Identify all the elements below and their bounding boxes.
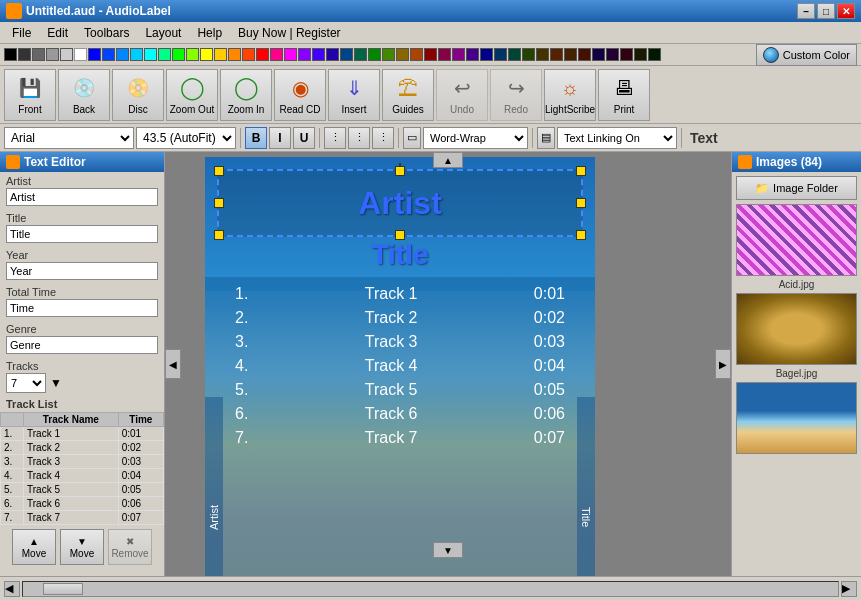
swatch[interactable]: [396, 48, 409, 61]
swatch[interactable]: [116, 48, 129, 61]
swatch[interactable]: [200, 48, 213, 61]
font-select[interactable]: Arial: [4, 127, 134, 149]
back-button[interactable]: 💿 Back: [58, 69, 110, 121]
swatch[interactable]: [424, 48, 437, 61]
swatch[interactable]: [172, 48, 185, 61]
swatch[interactable]: [382, 48, 395, 61]
handle-top-left[interactable]: [214, 166, 224, 176]
swatch[interactable]: [564, 48, 577, 61]
swatch[interactable]: [214, 48, 227, 61]
swatch[interactable]: [550, 48, 563, 61]
thumb-beach[interactable]: [736, 382, 857, 454]
swatch[interactable]: [130, 48, 143, 61]
maximize-button[interactable]: □: [817, 3, 835, 19]
textbox-wrap-button[interactable]: ▭: [403, 127, 421, 149]
menu-toolbars[interactable]: Toolbars: [76, 24, 137, 42]
minimize-button[interactable]: –: [797, 3, 815, 19]
scroll-left-button[interactable]: ◀: [165, 349, 181, 379]
swatch[interactable]: [368, 48, 381, 61]
guides-button[interactable]: ⛱ Guides: [382, 69, 434, 121]
swatch[interactable]: [494, 48, 507, 61]
swatch[interactable]: [102, 48, 115, 61]
print-button[interactable]: 🖶 Print: [598, 69, 650, 121]
swatch[interactable]: [480, 48, 493, 61]
text-linking-button[interactable]: ▤: [537, 127, 555, 149]
align-center-button[interactable]: ⋮: [348, 127, 370, 149]
swatch-black[interactable]: [4, 48, 17, 61]
align-right-button[interactable]: ⋮: [372, 127, 394, 149]
menu-layout[interactable]: Layout: [137, 24, 189, 42]
swatch[interactable]: [438, 48, 451, 61]
move-up-button[interactable]: ▲ Move: [12, 529, 56, 565]
swatch[interactable]: [606, 48, 619, 61]
underline-button[interactable]: U: [293, 127, 315, 149]
swatch[interactable]: [620, 48, 633, 61]
swatch[interactable]: [18, 48, 31, 61]
zoom-in-button[interactable]: ◯ Zoom In: [220, 69, 272, 121]
undo-button[interactable]: ↩ Undo: [436, 69, 488, 121]
thumb-bagel[interactable]: [736, 293, 857, 365]
scroll-bottom-button[interactable]: ▼: [433, 542, 463, 558]
swatch[interactable]: [284, 48, 297, 61]
menu-edit[interactable]: Edit: [39, 24, 76, 42]
swatch[interactable]: [634, 48, 647, 61]
scroll-right-btn[interactable]: ▶: [841, 581, 857, 597]
swatch[interactable]: [46, 48, 59, 61]
scroll-left-btn[interactable]: ◀: [4, 581, 20, 597]
italic-button[interactable]: I: [269, 127, 291, 149]
swatch[interactable]: [536, 48, 549, 61]
handle-top-center[interactable]: [395, 166, 405, 176]
move-down-button[interactable]: ▼ Move: [60, 529, 104, 565]
handle-top-right[interactable]: [576, 166, 586, 176]
bold-button[interactable]: B: [245, 127, 267, 149]
swatch[interactable]: [648, 48, 661, 61]
insert-button[interactable]: ⇓ Insert: [328, 69, 380, 121]
title-input[interactable]: [6, 225, 158, 243]
swatch[interactable]: [298, 48, 311, 61]
size-select[interactable]: 43.5 (AutoFit): [136, 127, 236, 149]
swatch[interactable]: [340, 48, 353, 61]
zoom-out-button[interactable]: ◯ Zoom Out: [166, 69, 218, 121]
link-select[interactable]: Text Linking On: [557, 127, 677, 149]
scroll-right-button[interactable]: ▶: [715, 349, 731, 379]
scroll-top-button[interactable]: ▲: [433, 152, 463, 168]
remove-button[interactable]: ✖ Remove: [108, 529, 152, 565]
swatch[interactable]: [158, 48, 171, 61]
swatch[interactable]: [522, 48, 535, 61]
redo-button[interactable]: ↪ Redo: [490, 69, 542, 121]
swatch[interactable]: [410, 48, 423, 61]
menu-buy[interactable]: Buy Now | Register: [230, 24, 349, 42]
swatch[interactable]: [60, 48, 73, 61]
front-button[interactable]: 💾 Front: [4, 69, 56, 121]
tracks-select[interactable]: 7: [6, 373, 46, 393]
disc-button[interactable]: 📀 Disc: [112, 69, 164, 121]
menu-file[interactable]: File: [4, 24, 39, 42]
close-button[interactable]: ✕: [837, 3, 855, 19]
swatch[interactable]: [144, 48, 157, 61]
swatch[interactable]: [592, 48, 605, 61]
thumb-acid[interactable]: [736, 204, 857, 276]
swatch-white[interactable]: [74, 48, 87, 61]
handle-mid-right[interactable]: [576, 198, 586, 208]
align-left-button[interactable]: ⋮: [324, 127, 346, 149]
image-folder-button[interactable]: 📁 Image Folder: [736, 176, 857, 200]
swatch[interactable]: [326, 48, 339, 61]
year-input[interactable]: [6, 262, 158, 280]
total-time-input[interactable]: [6, 299, 158, 317]
swatch[interactable]: [508, 48, 521, 61]
swatch[interactable]: [270, 48, 283, 61]
swatch[interactable]: [466, 48, 479, 61]
custom-color-button[interactable]: Custom Color: [756, 44, 857, 66]
swatch[interactable]: [242, 48, 255, 61]
read-cd-button[interactable]: ◉ Read CD: [274, 69, 326, 121]
genre-input[interactable]: [6, 336, 158, 354]
handle-mid-left[interactable]: [214, 198, 224, 208]
swatch[interactable]: [578, 48, 591, 61]
swatch[interactable]: [256, 48, 269, 61]
swatch[interactable]: [186, 48, 199, 61]
swatch[interactable]: [452, 48, 465, 61]
swatch[interactable]: [312, 48, 325, 61]
swatch[interactable]: [354, 48, 367, 61]
wrap-select[interactable]: Word-Wrap: [423, 127, 528, 149]
lightscribe-button[interactable]: ☼ LightScribe: [544, 69, 596, 121]
